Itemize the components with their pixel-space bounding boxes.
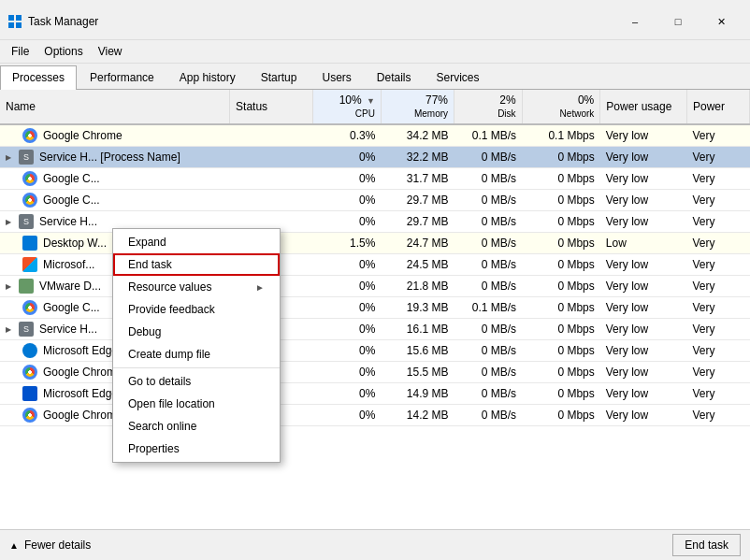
ctx-search-online[interactable]: Search online xyxy=(113,415,280,438)
process-memory: 24.5 MB xyxy=(381,254,454,276)
process-name-cell: Google Chrome xyxy=(6,128,224,143)
status-bar: ▲ Fewer details End task xyxy=(0,529,750,550)
table-row[interactable]: Google C...0%29.7 MB0 MB/s0 MbpsVery low… xyxy=(0,190,750,211)
edgeview-icon xyxy=(22,386,37,401)
process-memory: 14.2 MB xyxy=(381,405,454,426)
menu-view[interactable]: View xyxy=(91,42,130,61)
process-memory: 31.7 MB xyxy=(381,168,454,190)
process-network: 0 Mbps xyxy=(522,147,600,168)
minimize-button[interactable]: – xyxy=(613,7,656,36)
process-disk: 0 MB/s xyxy=(454,168,523,190)
chrome-icon xyxy=(22,408,37,423)
chrome-icon xyxy=(22,365,37,380)
ctx-open-file-location[interactable]: Open file location xyxy=(113,393,280,415)
process-cpu: 0% xyxy=(313,383,382,405)
close-button[interactable]: ✕ xyxy=(700,7,743,36)
microsoft-icon xyxy=(22,257,37,272)
process-name-text: Desktop W... xyxy=(43,237,107,250)
ctx-create-dump[interactable]: Create dump file xyxy=(113,343,280,366)
maximize-button[interactable]: □ xyxy=(656,7,700,36)
ctx-properties[interactable]: Properties xyxy=(113,438,280,460)
process-cpu: 0% xyxy=(313,190,382,211)
window-controls[interactable]: – □ ✕ xyxy=(613,7,743,36)
process-power: Very xyxy=(686,319,749,340)
process-cpu: 0.3% xyxy=(313,124,382,147)
col-name[interactable]: Name xyxy=(0,90,230,124)
process-name-cell: Google C... xyxy=(6,171,224,186)
process-network: 0 Mbps xyxy=(522,297,600,319)
ctx-go-to-details[interactable]: Go to details xyxy=(113,370,280,393)
process-disk: 0 MB/s xyxy=(454,405,523,426)
process-disk: 0 MB/s xyxy=(454,233,523,254)
process-name-text: Google C... xyxy=(43,172,100,185)
app-icon xyxy=(7,14,22,29)
table-row[interactable]: ▶SService H... [Process Name]0%32.2 MB0 … xyxy=(0,147,750,168)
col-disk[interactable]: 2%Disk xyxy=(454,90,523,124)
process-power: Very xyxy=(686,233,749,254)
process-cpu: 0% xyxy=(313,168,382,190)
process-name-text: Service H... [Process Name] xyxy=(39,151,180,164)
expand-arrow-icon: ▶ xyxy=(6,282,11,291)
table-row[interactable]: Google C...0%31.7 MB0 MB/s0 MbpsVery low… xyxy=(0,168,750,190)
process-disk: 0 MB/s xyxy=(454,211,523,233)
ctx-provide-feedback[interactable]: Provide feedback xyxy=(113,298,280,321)
process-name-text: Service H... xyxy=(39,215,97,228)
process-power: Very xyxy=(686,276,749,297)
process-cpu: 0% xyxy=(313,297,382,319)
process-memory: 21.8 MB xyxy=(381,276,454,297)
col-status[interactable]: Status xyxy=(230,90,313,124)
menu-file[interactable]: File xyxy=(4,42,36,61)
svg-rect-0 xyxy=(8,15,14,21)
end-task-button[interactable]: End task xyxy=(672,534,741,550)
process-power: Very xyxy=(686,340,749,362)
process-cpu: 0% xyxy=(313,362,382,383)
tab-processes[interactable]: Processes xyxy=(0,65,77,90)
tab-app-history[interactable]: App history xyxy=(167,65,248,89)
col-power[interactable]: Power xyxy=(686,90,749,124)
process-power-usage: Very low xyxy=(600,297,687,319)
process-name-text: Google Chrome xyxy=(43,409,123,422)
window-title: Task Manager xyxy=(28,15,613,28)
process-memory: 29.7 MB xyxy=(381,211,454,233)
svg-rect-1 xyxy=(16,15,22,21)
process-cpu: 0% xyxy=(313,340,382,362)
process-memory: 14.9 MB xyxy=(381,383,454,405)
process-name-cell: ▶SService H... [Process Name] xyxy=(6,150,224,165)
process-status xyxy=(230,168,313,190)
process-power: Very xyxy=(686,124,749,147)
process-disk: 0.1 MB/s xyxy=(454,124,523,147)
tab-performance[interactable]: Performance xyxy=(78,65,166,89)
process-network: 0 Mbps xyxy=(522,383,600,405)
process-cpu: 1.5% xyxy=(313,233,382,254)
tab-services[interactable]: Services xyxy=(425,65,492,89)
fewer-details-section[interactable]: ▲ Fewer details xyxy=(9,538,91,550)
chrome-icon xyxy=(22,300,37,315)
table-row[interactable]: Google Chrome0.3%34.2 MB0.1 MB/s0.1 Mbps… xyxy=(0,124,750,147)
tab-details[interactable]: Details xyxy=(365,65,424,89)
title-bar: Task Manager – □ ✕ xyxy=(0,0,750,40)
col-network[interactable]: 0%Network xyxy=(522,90,600,124)
edge-icon xyxy=(22,343,37,358)
process-network: 0 Mbps xyxy=(522,405,600,426)
fewer-details-label[interactable]: Fewer details xyxy=(24,538,91,550)
ctx-debug[interactable]: Debug xyxy=(113,321,280,343)
ctx-expand[interactable]: Expand xyxy=(113,231,280,253)
process-name-cell: ▶SService H... xyxy=(6,214,224,229)
col-power-usage[interactable]: Power usage xyxy=(600,90,687,124)
process-power: Very xyxy=(686,168,749,190)
col-cpu[interactable]: 10% ▼CPU xyxy=(313,90,382,124)
process-network: 0 Mbps xyxy=(522,190,600,211)
process-disk: 0 MB/s xyxy=(454,254,523,276)
svg-rect-3 xyxy=(16,22,22,28)
vmware-icon xyxy=(19,279,34,294)
table-header: Name Status 10% ▼CPU 77%Memory 2%Disk 0%… xyxy=(0,90,750,124)
ctx-end-task[interactable]: End task xyxy=(113,253,280,276)
menu-options[interactable]: Options xyxy=(36,42,90,61)
process-name-text: VMware D... xyxy=(39,280,101,293)
tab-users[interactable]: Users xyxy=(310,65,363,89)
ctx-resource-values[interactable]: Resource values ► xyxy=(113,276,280,298)
process-disk: 0 MB/s xyxy=(454,340,523,362)
process-memory: 19.3 MB xyxy=(381,297,454,319)
col-memory[interactable]: 77%Memory xyxy=(381,90,454,124)
tab-startup[interactable]: Startup xyxy=(249,65,310,89)
